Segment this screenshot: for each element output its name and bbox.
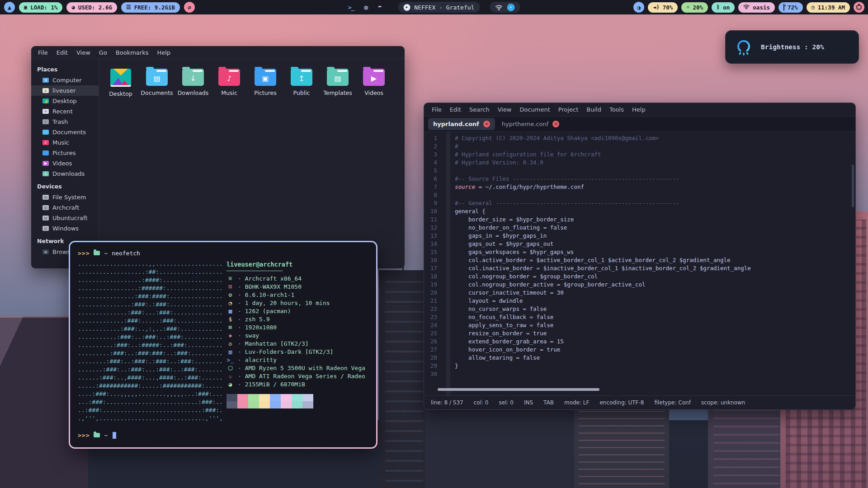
- sidebar-item-computer[interactable]: ≣Computer: [31, 75, 99, 85]
- line-number: 23: [424, 313, 443, 321]
- line-text: apply_sens_to_raw = false: [443, 321, 553, 329]
- palette-swatch: [226, 401, 237, 408]
- fm-menu-bookmarks[interactable]: Bookmarks: [116, 49, 149, 56]
- editor-code-area[interactable]: 1# Copyright (C) 2020-2024 Aditya Shakya…: [424, 132, 855, 395]
- trash-icon: ▯: [42, 119, 49, 124]
- sidebar-item-desktop[interactable]: ◢Desktop: [31, 96, 99, 106]
- tab-close-icon[interactable]: ✕: [552, 121, 559, 127]
- shell-icon: $: [226, 316, 234, 323]
- editor-menu-search[interactable]: Search: [469, 106, 490, 113]
- tray-widget[interactable]: ➤: [490, 2, 520, 13]
- sidebar-item-label: Trash: [52, 118, 68, 125]
- editor-tab-hyprtheme-conf[interactable]: hyprtheme.conf✕: [497, 118, 565, 130]
- editor-menu-help[interactable]: Help: [632, 106, 646, 113]
- pie-icon: ◕: [71, 5, 75, 10]
- code-line-17: 17 col.inactive_border = $inactive_borde…: [424, 264, 855, 272]
- fm-folder-downloads[interactable]: ↓Downloads: [177, 67, 209, 96]
- fm-folder-desktop[interactable]: Desktop: [104, 67, 137, 97]
- status-encoding: encoding: UTF-8: [599, 399, 644, 406]
- editor-menu-document[interactable]: Document: [519, 106, 550, 113]
- fm-folder-pictures[interactable]: ▣Pictures: [249, 67, 282, 96]
- battery-icon: [783, 5, 784, 10]
- fm-menu-help[interactable]: Help: [157, 49, 170, 56]
- editor-menu-view[interactable]: View: [498, 106, 512, 113]
- sidebar-item-trash[interactable]: ▯Trash: [31, 117, 99, 127]
- fm-folder-label: Templates: [323, 89, 352, 96]
- music-player-widget[interactable]: ▶ NEFFEX - Grateful: [398, 2, 480, 13]
- host-icon: ⊡: [226, 283, 234, 290]
- bullet: ·: [238, 332, 241, 339]
- browser-launcher-icon[interactable]: ◍: [364, 3, 368, 11]
- neofetch-value: Archcraft x86_64: [245, 275, 302, 282]
- palette-swatch: [259, 401, 270, 408]
- neofetch-row-shell: $·zsh 5.9: [226, 315, 368, 323]
- fm-menu-go[interactable]: Go: [99, 49, 107, 56]
- editor-menu-tools[interactable]: Tools: [609, 106, 624, 113]
- brightness-pill[interactable]: ☼20%: [681, 2, 708, 13]
- editor-menubar: FileEditSearchViewDocumentProjectBuildTo…: [424, 103, 855, 116]
- bluetooth-pill[interactable]: ᛒon: [712, 2, 735, 13]
- volume-icon: ◄): [653, 5, 659, 10]
- prompt-folder-icon: [94, 433, 100, 437]
- clock-pill[interactable]: ◷11:39 AM: [807, 2, 850, 13]
- tab-close-icon[interactable]: ✕: [483, 121, 490, 127]
- sidebar-item-recent[interactable]: ≡Recent: [31, 106, 99, 117]
- horizontal-scrollbar[interactable]: [438, 388, 599, 391]
- vertical-scrollbar[interactable]: [852, 164, 854, 207]
- sidebar-item-music[interactable]: ♪Music: [31, 137, 99, 148]
- editor-menu-project[interactable]: Project: [558, 106, 578, 113]
- sidebar-item-documents[interactable]: Documents: [31, 127, 99, 137]
- fm-folder-documents[interactable]: ▤Documents: [141, 67, 173, 96]
- sidebar-item-windows[interactable]: ▤Windows: [31, 223, 99, 234]
- pie-pill[interactable]: ◕USED: 2.6G: [66, 2, 117, 13]
- volume-pill-label: 70%: [663, 4, 673, 11]
- clock-icon: ◷: [811, 5, 815, 10]
- fm-menu-edit[interactable]: Edit: [57, 49, 68, 56]
- palette-button[interactable]: ◑: [633, 2, 644, 13]
- sidebar-item-downloads[interactable]: ↓Downloads: [31, 169, 99, 179]
- terminal-body[interactable]: >>> ~ neofetch ....................,,...…: [70, 242, 376, 447]
- fm-folder-videos[interactable]: ▶Videos: [358, 67, 390, 96]
- brightness-notification[interactable]: Brightness : 20%: [725, 30, 859, 64]
- line-text: # Hyprland configuration file for Archcr…: [443, 150, 601, 159]
- status-line: line: 8 / 537: [431, 399, 463, 406]
- terminal-launcher-icon[interactable]: >_: [348, 4, 354, 11]
- neofetch-row-wm: ❖·sway: [226, 331, 368, 339]
- chart-pill[interactable]: ▣LOAD: 1%: [19, 2, 62, 13]
- code-line-11: 11 border_size = $hypr_border_size: [424, 216, 855, 224]
- sidebar-item-liveuser[interactable]: ⌂liveuser: [31, 85, 99, 96]
- code-line-9: 9#-- General ---------------------------…: [424, 199, 855, 207]
- sidebar-item-videos[interactable]: ▶Videos: [31, 158, 99, 169]
- kernel-icon: ⚙: [226, 291, 234, 298]
- line-number: 30: [424, 370, 443, 378]
- arch-logo-button[interactable]: ▲: [4, 2, 15, 13]
- palette-swatch: [248, 394, 259, 401]
- fm-folder-templates[interactable]: ▤Templates: [321, 67, 354, 96]
- telegram-icon[interactable]: ➤: [507, 4, 514, 11]
- power-button[interactable]: [854, 2, 864, 13]
- editor-menu-edit[interactable]: Edit: [450, 106, 461, 113]
- eye-toggle-button[interactable]: ⌀: [184, 2, 195, 13]
- sidebar-item-label: Ubuntucraft: [52, 215, 88, 221]
- sidebar-item-file-system[interactable]: ▤File System: [31, 192, 99, 202]
- downloads-folder-icon: ↓: [182, 69, 204, 86]
- editor-tab-hyprland-conf[interactable]: hyprland.conf✕: [428, 118, 495, 130]
- battery-pill[interactable]: 72%: [778, 2, 803, 13]
- fm-menu-view[interactable]: View: [76, 49, 90, 56]
- line-text: #-- General ----------------------------…: [443, 199, 679, 207]
- editor-tabbar: hyprland.conf✕hyprtheme.conf✕: [424, 116, 855, 132]
- bullet: ·: [238, 373, 241, 380]
- fm-folder-music[interactable]: ♪Music: [213, 67, 245, 96]
- fm-menu-file[interactable]: File: [38, 49, 48, 56]
- volume-pill[interactable]: ◄)70%: [648, 2, 678, 13]
- editor-menu-build[interactable]: Build: [586, 106, 601, 113]
- sidebar-item-archcraft[interactable]: ▤Archcraft: [31, 202, 99, 213]
- sidebar-item-pictures[interactable]: Pictures: [31, 148, 99, 158]
- wifi-pill[interactable]: oasis: [738, 2, 775, 13]
- database-pill[interactable]: ☰FREE: 9.2GiB: [121, 2, 180, 13]
- code-line-28: 28 allow_tearing = false: [424, 354, 855, 362]
- fm-folder-public[interactable]: ↥Public: [285, 67, 318, 96]
- sidebar-item-ubuntucraft[interactable]: ▤Ubuntucraft: [31, 213, 99, 223]
- neofetch-row-cpu: ⬡·AMD Ryzen 5 3500U with Radeon Vega: [226, 364, 368, 372]
- editor-menu-file[interactable]: File: [432, 106, 442, 113]
